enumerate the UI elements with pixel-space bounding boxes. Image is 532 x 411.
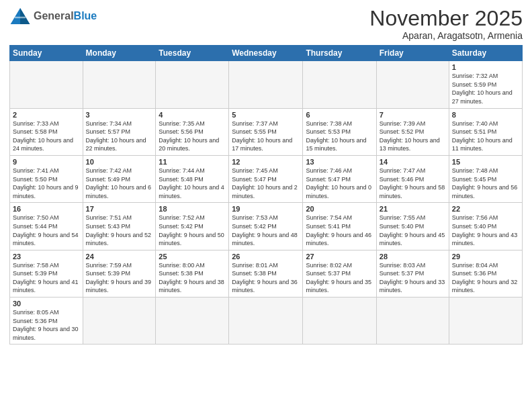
svg-marker-1 — [20, 8, 30, 24]
day-number: 26 — [232, 253, 300, 261]
day-info: Sunrise: 7:55 AM Sunset: 5:40 PM Dayligh… — [380, 214, 446, 247]
table-row — [156, 61, 229, 108]
header-thursday: Thursday — [303, 46, 376, 61]
table-row: 16Sunrise: 7:50 AM Sunset: 5:44 PM Dayli… — [10, 203, 83, 250]
day-info: Sunrise: 7:50 AM Sunset: 5:44 PM Dayligh… — [13, 214, 80, 247]
table-row: 22Sunrise: 7:56 AM Sunset: 5:40 PM Dayli… — [449, 203, 522, 250]
table-row — [449, 298, 522, 345]
day-number: 23 — [13, 253, 80, 261]
logo-icon — [9, 7, 31, 26]
table-row: 29Sunrise: 8:04 AM Sunset: 5:36 PM Dayli… — [449, 250, 522, 297]
header-friday: Friday — [376, 46, 449, 61]
table-row: 24Sunrise: 7:59 AM Sunset: 5:39 PM Dayli… — [83, 250, 156, 297]
day-number: 24 — [86, 253, 153, 261]
day-number: 30 — [13, 300, 80, 308]
table-row: 21Sunrise: 7:55 AM Sunset: 5:40 PM Dayli… — [376, 203, 449, 250]
day-info: Sunrise: 8:05 AM Sunset: 5:36 PM Dayligh… — [13, 308, 80, 342]
table-row: 26Sunrise: 8:01 AM Sunset: 5:38 PM Dayli… — [229, 250, 303, 297]
table-row — [376, 61, 449, 108]
day-info: Sunrise: 7:48 AM Sunset: 5:45 PM Dayligh… — [452, 167, 519, 200]
day-info: Sunrise: 8:00 AM Sunset: 5:38 PM Dayligh… — [159, 261, 226, 295]
day-info: Sunrise: 7:37 AM Sunset: 5:55 PM Dayligh… — [232, 120, 300, 153]
header: GeneralBlue November 2025 Aparan, Aragat… — [9, 7, 523, 41]
table-row: 20Sunrise: 7:54 AM Sunset: 5:41 PM Dayli… — [303, 203, 376, 250]
table-row: 30Sunrise: 8:05 AM Sunset: 5:36 PM Dayli… — [10, 298, 83, 345]
table-row: 11Sunrise: 7:44 AM Sunset: 5:48 PM Dayli… — [156, 155, 229, 202]
table-row: 1Sunrise: 7:32 AM Sunset: 5:59 PM Daylig… — [449, 61, 522, 108]
table-row: 12Sunrise: 7:45 AM Sunset: 5:47 PM Dayli… — [229, 155, 303, 202]
calendar-week-row: 2Sunrise: 7:33 AM Sunset: 5:58 PM Daylig… — [10, 108, 523, 155]
header-tuesday: Tuesday — [156, 46, 229, 61]
day-number: 22 — [452, 205, 519, 213]
table-row — [229, 298, 303, 345]
day-info: Sunrise: 7:44 AM Sunset: 5:48 PM Dayligh… — [159, 167, 226, 200]
header-sunday: Sunday — [10, 46, 83, 61]
page: GeneralBlue November 2025 Aparan, Aragat… — [0, 0, 532, 411]
day-number: 15 — [452, 158, 519, 166]
table-row — [156, 298, 229, 345]
table-row — [10, 61, 83, 108]
day-number: 9 — [13, 158, 80, 166]
logo-text: GeneralBlue — [34, 10, 97, 22]
table-row: 28Sunrise: 8:03 AM Sunset: 5:37 PM Dayli… — [376, 250, 449, 297]
day-number: 7 — [380, 111, 446, 119]
day-info: Sunrise: 7:38 AM Sunset: 5:53 PM Dayligh… — [306, 120, 373, 153]
day-info: Sunrise: 7:53 AM Sunset: 5:42 PM Dayligh… — [232, 214, 300, 247]
day-number: 21 — [380, 205, 446, 213]
day-info: Sunrise: 7:58 AM Sunset: 5:39 PM Dayligh… — [13, 261, 80, 295]
table-row: 18Sunrise: 7:52 AM Sunset: 5:42 PM Dayli… — [156, 203, 229, 250]
table-row — [376, 298, 449, 345]
day-info: Sunrise: 7:51 AM Sunset: 5:43 PM Dayligh… — [86, 214, 153, 247]
table-row — [83, 61, 156, 108]
day-info: Sunrise: 7:33 AM Sunset: 5:58 PM Dayligh… — [13, 120, 80, 153]
table-row: 3Sunrise: 7:34 AM Sunset: 5:57 PM Daylig… — [83, 108, 156, 155]
day-number: 16 — [13, 205, 80, 213]
day-number: 29 — [452, 253, 519, 261]
day-info: Sunrise: 8:04 AM Sunset: 5:36 PM Dayligh… — [452, 261, 519, 295]
day-info: Sunrise: 7:39 AM Sunset: 5:52 PM Dayligh… — [380, 120, 446, 153]
table-row — [303, 61, 376, 108]
table-row: 9Sunrise: 7:41 AM Sunset: 5:50 PM Daylig… — [10, 155, 83, 202]
day-number: 27 — [306, 253, 373, 261]
day-number: 4 — [159, 111, 226, 119]
table-row: 5Sunrise: 7:37 AM Sunset: 5:55 PM Daylig… — [229, 108, 303, 155]
table-row: 13Sunrise: 7:46 AM Sunset: 5:47 PM Dayli… — [303, 155, 376, 202]
table-row: 23Sunrise: 7:58 AM Sunset: 5:39 PM Dayli… — [10, 250, 83, 297]
table-row: 7Sunrise: 7:39 AM Sunset: 5:52 PM Daylig… — [376, 108, 449, 155]
day-number: 10 — [86, 158, 153, 166]
day-info: Sunrise: 7:34 AM Sunset: 5:57 PM Dayligh… — [86, 120, 153, 153]
header-saturday: Saturday — [449, 46, 522, 61]
table-row: 27Sunrise: 8:02 AM Sunset: 5:37 PM Dayli… — [303, 250, 376, 297]
calendar-week-row: 23Sunrise: 7:58 AM Sunset: 5:39 PM Dayli… — [10, 250, 523, 297]
day-info: Sunrise: 7:41 AM Sunset: 5:50 PM Dayligh… — [13, 167, 80, 200]
day-info: Sunrise: 7:47 AM Sunset: 5:46 PM Dayligh… — [380, 167, 446, 200]
calendar-week-row: 16Sunrise: 7:50 AM Sunset: 5:44 PM Dayli… — [10, 203, 523, 250]
table-row: 6Sunrise: 7:38 AM Sunset: 5:53 PM Daylig… — [303, 108, 376, 155]
logo: GeneralBlue — [9, 7, 97, 26]
day-info: Sunrise: 8:03 AM Sunset: 5:37 PM Dayligh… — [380, 261, 446, 295]
header-monday: Monday — [83, 46, 156, 61]
day-info: Sunrise: 7:54 AM Sunset: 5:41 PM Dayligh… — [306, 214, 373, 247]
day-number: 25 — [159, 253, 226, 261]
day-number: 11 — [159, 158, 226, 166]
day-number: 28 — [380, 253, 446, 261]
day-number: 13 — [306, 158, 373, 166]
calendar-week-row: 1Sunrise: 7:32 AM Sunset: 5:59 PM Daylig… — [10, 61, 523, 108]
table-row — [303, 298, 376, 345]
day-number: 8 — [452, 111, 519, 119]
day-info: Sunrise: 8:01 AM Sunset: 5:38 PM Dayligh… — [232, 261, 300, 295]
day-info: Sunrise: 7:40 AM Sunset: 5:51 PM Dayligh… — [452, 120, 519, 153]
weekday-header-row: Sunday Monday Tuesday Wednesday Thursday… — [10, 46, 523, 61]
day-info: Sunrise: 7:35 AM Sunset: 5:56 PM Dayligh… — [159, 120, 226, 153]
day-number: 6 — [306, 111, 373, 119]
location: Aparan, Aragatsotn, Armenia — [369, 30, 523, 41]
day-info: Sunrise: 7:45 AM Sunset: 5:47 PM Dayligh… — [232, 167, 300, 200]
table-row: 2Sunrise: 7:33 AM Sunset: 5:58 PM Daylig… — [10, 108, 83, 155]
table-row — [229, 61, 303, 108]
day-number: 20 — [306, 205, 373, 213]
day-number: 1 — [452, 63, 519, 71]
day-number: 2 — [13, 111, 80, 119]
month-title: November 2025 — [369, 7, 523, 30]
table-row: 25Sunrise: 8:00 AM Sunset: 5:38 PM Dayli… — [156, 250, 229, 297]
day-number: 17 — [86, 205, 153, 213]
